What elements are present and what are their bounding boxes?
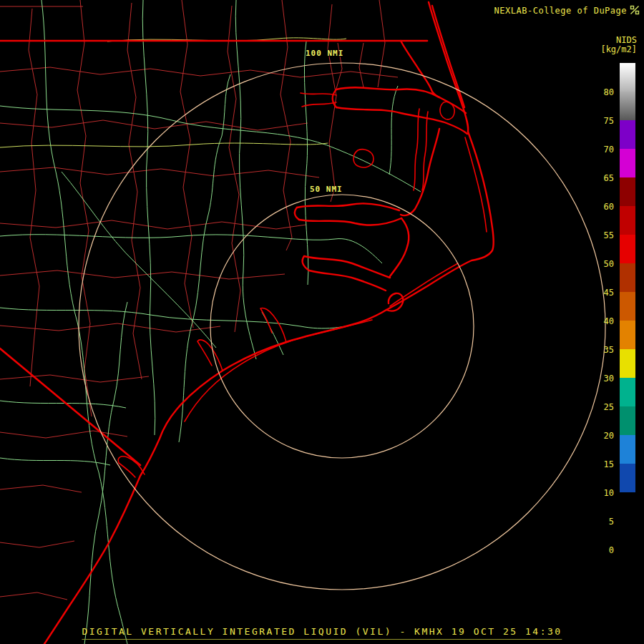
colorbar-segment: 20 [582, 406, 635, 435]
colorbar-segment: 10 [582, 464, 635, 492]
colorbar-segment: 5 [582, 492, 635, 521]
colorbar-segment: 35 [582, 321, 635, 349]
colorbar-segment: 65 [582, 149, 635, 177]
colorbar-segment: 45 [582, 263, 635, 292]
highway-network [0, 38, 346, 147]
range-ring-label-50nmi: 50 NMI [310, 185, 343, 194]
colorbar-swatch [620, 406, 635, 435]
radar-viewer: 100 NMI 50 NMI NEXLAB-College of DuPage … [0, 0, 644, 644]
range-rings [79, 63, 605, 590]
colorbar-swatch [620, 321, 635, 349]
colorbar-swatch [620, 550, 635, 574]
colorbar-segment: 80 [582, 63, 635, 92]
colorbar-segment: 25 [582, 378, 635, 406]
brand-text: NEXLAB-College of DuPage [494, 6, 627, 16]
colorbar-header: NIDS [kg/m2] [600, 36, 637, 54]
colorbar-swatch [620, 120, 635, 149]
colorbar-swatch [620, 292, 635, 321]
colorbar-segment: 75 [582, 92, 635, 120]
colorbar-segment: 70 [582, 120, 635, 149]
colorbar-segment: 15 [582, 435, 635, 464]
range-ring-label-100nmi: 100 NMI [306, 49, 343, 58]
colorbar-swatch [620, 521, 635, 550]
county-boundaries [0, 0, 398, 600]
product-title: DIGITAL VERTICALLY INTEGRATED LIQUID (VI… [82, 626, 562, 640]
colorbar-segment: 40 [582, 292, 635, 321]
colorbar-segment: 30 [582, 349, 635, 378]
colorbar-swatch [620, 177, 635, 206]
colorbar-units: [kg/m2] [600, 45, 637, 54]
colorbar-segment: 50 [582, 235, 635, 263]
colorbar-swatch [620, 63, 635, 92]
colorbar-swatch [620, 378, 635, 406]
colorbar-segment [582, 550, 635, 574]
colorbar-segments: 80757065605550454035302520151050 [582, 63, 635, 574]
colorbar-segment: 55 [582, 206, 635, 235]
colorbar-swatch [620, 149, 635, 177]
brand-logo-icon [630, 5, 640, 15]
colorbar-swatch [620, 92, 635, 120]
state-borders [0, 41, 427, 465]
colorbar-swatch [620, 235, 635, 263]
colorbar-swatch [620, 492, 635, 521]
colorbar-swatch [620, 435, 635, 464]
colorbar-swatch [620, 349, 635, 378]
radar-map [0, 0, 644, 644]
colorbar-swatch [620, 263, 635, 292]
colorbar-segment: 0 [582, 521, 635, 550]
coastline [44, 2, 494, 644]
river-detail [118, 93, 487, 477]
colorbar-swatch [620, 206, 635, 235]
colorbar-swatch [620, 464, 635, 492]
colorbar-segment: 60 [582, 177, 635, 206]
